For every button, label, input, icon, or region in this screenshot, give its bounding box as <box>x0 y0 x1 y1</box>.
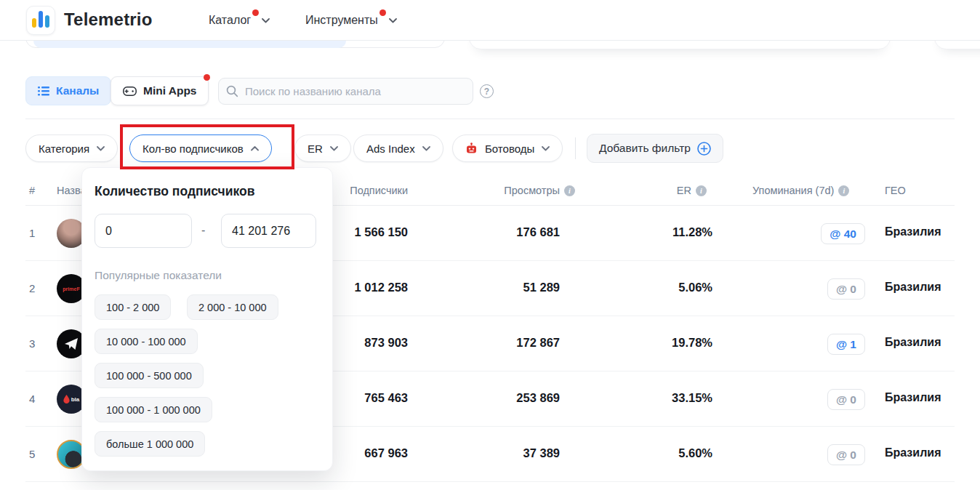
list-icon <box>38 86 49 97</box>
max-subscribers-input[interactable] <box>221 214 316 248</box>
info-icon[interactable]: i <box>564 185 575 196</box>
chevron-down-icon <box>97 146 105 151</box>
chevron-down-icon <box>330 146 338 151</box>
info-icon[interactable]: i <box>838 185 849 196</box>
filter-category-label: Категория <box>39 142 89 155</box>
filter-botovody-label: Ботоводы <box>485 142 534 155</box>
nav-catalog-label: Каталог <box>209 12 251 28</box>
geo-value: Бразилия <box>885 446 941 459</box>
row-number: 2 <box>29 282 35 294</box>
geo-value: Бразилия <box>885 281 941 294</box>
subscribers-filter-popup: Количество подписчиков - Популярные пока… <box>81 167 333 471</box>
nav-catalog[interactable]: Каталог <box>209 12 270 28</box>
robot-icon <box>465 142 478 155</box>
filter-er[interactable]: ER <box>294 134 351 162</box>
er-value: 5.06% <box>640 281 712 294</box>
min-subscribers-input[interactable] <box>95 214 192 248</box>
views-value: 176 681 <box>458 225 560 239</box>
views-value: 253 869 <box>458 391 560 405</box>
geo-value: Бразилия <box>885 225 941 238</box>
app-header: Telemetrio Каталог Инструменты <box>0 0 980 41</box>
chevron-down-icon <box>422 146 430 151</box>
col-index: # <box>29 185 35 196</box>
filter-subscribers-label: Кол-во подписчиков <box>142 142 244 155</box>
help-glyph: ? <box>484 87 489 97</box>
preset-range-button[interactable]: 100 - 2 000 <box>95 294 171 320</box>
search-icon <box>226 85 238 97</box>
nav-tools-label: Инструменты <box>305 12 378 28</box>
geo-value: Бразилия <box>885 336 941 349</box>
logo-bar <box>39 11 43 28</box>
range-separator: - <box>201 224 205 237</box>
filter-ads-index[interactable]: Ads Index <box>353 134 443 162</box>
row-number: 3 <box>29 337 35 350</box>
telegram-plane-icon <box>64 337 79 350</box>
info-icon[interactable]: i <box>696 185 707 196</box>
er-value: 33.15% <box>640 391 712 405</box>
help-icon[interactable]: ? <box>480 84 494 98</box>
preset-range-button[interactable]: 10 000 - 100 000 <box>95 329 198 354</box>
avatar-text: primeF <box>63 286 79 292</box>
er-value: 19.78% <box>640 336 712 350</box>
er-value: 5.60% <box>640 446 712 460</box>
presets-label: Популярные показатели <box>95 269 222 282</box>
telemetrio-logo-icon[interactable] <box>26 6 55 35</box>
tab-mini-apps[interactable]: Mini Apps <box>111 76 209 105</box>
tab-channels-label: Каналы <box>56 84 99 97</box>
views-value: 51 289 <box>458 281 560 294</box>
mentions-badge[interactable]: @ 0 <box>827 278 865 300</box>
er-value: 11.28% <box>640 225 712 239</box>
filter-divider <box>575 137 576 159</box>
chevron-up-icon <box>251 146 259 151</box>
section-divider <box>25 119 955 119</box>
channel-search <box>218 78 473 105</box>
row-number: 1 <box>29 227 35 239</box>
avatar-text: bla <box>71 396 80 403</box>
search-input[interactable] <box>218 78 473 105</box>
chevron-down-icon <box>389 18 397 23</box>
col-er: ER i <box>640 185 707 196</box>
mentions-badge[interactable]: @ 0 <box>827 444 865 465</box>
tab-mini-apps-label: Mini Apps <box>143 84 196 97</box>
preset-range-button[interactable]: 2 000 - 10 000 <box>187 294 278 320</box>
add-filter-label: Добавить фильтр <box>599 142 691 155</box>
mentions-badge[interactable]: @ 1 <box>827 334 865 355</box>
notification-dot <box>252 9 259 16</box>
add-filter-button[interactable]: Добавить фильтр <box>587 134 723 163</box>
chevron-down-icon <box>542 146 550 151</box>
filter-ads-index-label: Ads Index <box>366 142 415 155</box>
droplet-icon <box>63 395 70 403</box>
col-mentions: Упоминания (7d) i <box>752 185 849 196</box>
filter-category[interactable]: Категория <box>25 134 118 162</box>
filter-er-label: ER <box>308 142 323 155</box>
notification-dot <box>379 9 386 16</box>
mentions-badge[interactable]: @ 40 <box>821 223 865 244</box>
row-number: 4 <box>29 393 35 405</box>
telemetrio-app: Telemetrio Каталог Инструменты Каналы Mi… <box>0 0 980 490</box>
mentions-badge[interactable]: @ 0 <box>827 389 865 410</box>
logo-bar <box>45 15 49 28</box>
filter-botovody[interactable]: Ботоводы <box>452 134 563 162</box>
logo-bar <box>32 18 36 28</box>
tab-channels[interactable]: Каналы <box>25 76 111 105</box>
views-value: 172 867 <box>458 336 560 350</box>
geo-value: Бразилия <box>885 391 941 404</box>
preset-range-button[interactable]: больше 1 000 000 <box>95 431 205 457</box>
gamepad-icon <box>123 87 137 96</box>
filter-subscribers[interactable]: Кол-во подписчиков <box>129 134 272 162</box>
row-number: 5 <box>29 448 35 460</box>
scrolled-banner-remnant-blue <box>33 41 346 48</box>
chevron-down-icon <box>262 18 270 23</box>
popup-title: Количество подписчиков <box>95 184 255 199</box>
col-views: Просмотры i <box>433 185 575 196</box>
nav-tools[interactable]: Инструменты <box>305 12 397 28</box>
brand-title[interactable]: Telemetrio <box>64 9 153 30</box>
plus-circle-icon <box>697 142 711 156</box>
preset-range-button[interactable]: 100 000 - 1 000 000 <box>95 397 212 422</box>
preset-range-button[interactable]: 100 000 - 500 000 <box>95 363 204 388</box>
views-value: 37 389 <box>458 446 560 460</box>
col-geo: ГЕО <box>885 185 906 196</box>
notification-dot <box>204 74 210 81</box>
